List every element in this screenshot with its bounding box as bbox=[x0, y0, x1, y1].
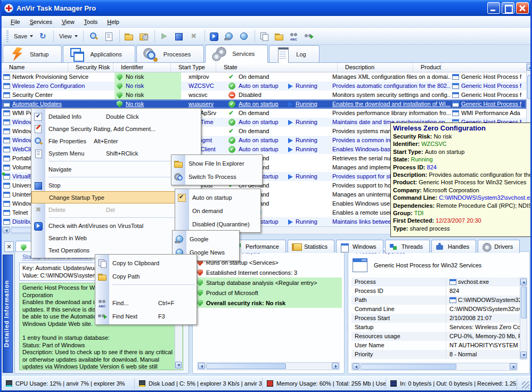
menu-item[interactable]: Google bbox=[173, 232, 239, 246]
resize-grip[interactable] bbox=[522, 381, 529, 389]
toolbar-button[interactable] bbox=[204, 30, 222, 43]
menubar-item[interactable]: View bbox=[57, 18, 79, 26]
scroll-left-button[interactable] bbox=[353, 363, 359, 370]
property-row[interactable]: Command Line C:\WINDOWS\System32\svchost… bbox=[351, 305, 520, 314]
menubar-item[interactable]: Services bbox=[25, 18, 57, 26]
toolbar-button[interactable] bbox=[255, 30, 272, 43]
toolbar-button[interactable] bbox=[236, 30, 251, 43]
table-row[interactable]: Automatic Updates No risk wuauserv Auto … bbox=[2, 100, 526, 109]
menu-item[interactable]: Detailed Info Double Click bbox=[31, 110, 201, 123]
menubar-item[interactable]: File bbox=[6, 18, 25, 26]
property-row[interactable]: Resources usage CPU-0%, Memory-20 Mb, Pa… bbox=[351, 332, 520, 341]
scroll-right-button[interactable] bbox=[510, 363, 517, 370]
toolbar-grip[interactable] bbox=[6, 30, 9, 42]
table-header-cell[interactable]: Name bbox=[2, 63, 68, 72]
property-row[interactable]: Path C:\WINDOWS\system32\svchost.e bbox=[351, 296, 520, 305]
scroll-thumb[interactable] bbox=[527, 75, 532, 99]
table-row[interactable]: Wireless Zero Configuration No risk WZCS… bbox=[2, 81, 526, 91]
close-button[interactable] bbox=[516, 2, 529, 14]
menu-item[interactable]: Find... Ctrl+F bbox=[95, 296, 197, 309]
statusbar-icon bbox=[6, 380, 12, 387]
table-row[interactable]: Security Center No risk wscsvc Disabled … bbox=[2, 91, 526, 100]
scroll-up-button[interactable] bbox=[527, 64, 532, 71]
main-tab[interactable]: Startup bbox=[3, 45, 62, 62]
properties-vertical-scrollbar[interactable] bbox=[520, 277, 527, 360]
detail-tab[interactable]: Threads bbox=[385, 240, 430, 253]
tooltip-field: Type:shared process bbox=[393, 225, 530, 232]
main-tab[interactable]: Processes bbox=[136, 45, 204, 62]
table-header-cell[interactable]: State bbox=[216, 63, 338, 72]
toolbar-button[interactable] bbox=[119, 30, 136, 43]
table-header-cell[interactable]: Product bbox=[413, 63, 441, 72]
start-type-icon bbox=[228, 101, 235, 108]
properties-horizontal-scrollbar[interactable] bbox=[351, 363, 518, 371]
table-header-cell[interactable]: Start Type bbox=[171, 63, 216, 72]
detailed-information-sidebar[interactable]: Detailed Information bbox=[3, 255, 13, 373]
anvir-task-manager-window: AnVir Task Manager Pro FileServicesViewT… bbox=[0, 0, 532, 392]
scroll-down-button[interactable] bbox=[175, 362, 182, 369]
property-row[interactable]: Startup Services: Wireless Zero Configur… bbox=[351, 323, 520, 332]
property-row[interactable]: User Name NT AUTHORITY\SYSTEM bbox=[351, 341, 520, 350]
toolbar: Save View bbox=[2, 28, 530, 45]
table-header-cell[interactable]: Description bbox=[338, 63, 413, 72]
property-row[interactable]: Priority 8 - Normal bbox=[351, 350, 520, 359]
table-header-cell[interactable]: Identifier bbox=[113, 63, 171, 72]
close-detail-panel-button[interactable]: ✕ bbox=[4, 241, 14, 252]
scroll-left-button[interactable] bbox=[198, 363, 205, 369]
scroll-thumb[interactable] bbox=[361, 364, 456, 370]
menu-item[interactable]: Disabled (Quarantine) bbox=[175, 217, 260, 231]
view-button[interactable]: View bbox=[56, 30, 80, 43]
service-description: Enables the download and installation of… bbox=[329, 100, 451, 109]
start-type: Auto on startup bbox=[239, 136, 279, 145]
menubar-item[interactable]: Tools bbox=[79, 18, 103, 26]
scroll-down-button[interactable] bbox=[520, 352, 527, 358]
title-bar[interactable]: AnVir Task Manager Pro bbox=[0, 0, 532, 16]
property-row[interactable]: Process ID 824 bbox=[351, 287, 520, 296]
save-button[interactable]: Save bbox=[11, 30, 36, 43]
detail-tab[interactable]: Handles bbox=[431, 240, 476, 253]
toolbar-button[interactable] bbox=[186, 30, 201, 43]
toolbar-button[interactable] bbox=[154, 30, 171, 43]
scroll-thumb[interactable] bbox=[206, 363, 286, 369]
scroll-right-button[interactable] bbox=[332, 363, 339, 369]
scroll-thumb[interactable] bbox=[521, 287, 527, 318]
menu-item[interactable]: Copy to Clipboard bbox=[95, 256, 197, 270]
table-row[interactable]: Network Provisioning Service No risk xml… bbox=[2, 72, 526, 81]
service-icon bbox=[3, 137, 10, 143]
property-row[interactable]: Process Start 2/10/2008 21:07 bbox=[351, 314, 520, 323]
menu-item[interactable]: Switch To Process bbox=[171, 170, 262, 183]
toolbar-button[interactable] bbox=[287, 30, 301, 43]
toolbar-button[interactable] bbox=[272, 30, 287, 43]
menu-item[interactable] bbox=[111, 283, 197, 296]
table-header-cell[interactable]: Security Risk bbox=[68, 63, 113, 72]
detail-tab[interactable]: Windows bbox=[336, 240, 383, 253]
toolbar-button[interactable] bbox=[86, 30, 101, 43]
menu-item[interactable]: Copy Path bbox=[95, 270, 197, 283]
toolbar-button[interactable] bbox=[301, 30, 316, 43]
main-tab[interactable]: Log bbox=[269, 45, 319, 62]
property-row[interactable]: Process svchost.exe bbox=[351, 277, 520, 287]
menu-item[interactable]: Find Next F3 bbox=[95, 309, 197, 323]
start-type-icon bbox=[228, 119, 235, 126]
menu-item[interactable]: File Properties Alt+Enter bbox=[31, 135, 201, 147]
menu-item[interactable]: Auto on startup bbox=[175, 191, 260, 204]
detail-tab[interactable]: Drivers bbox=[478, 240, 520, 253]
toolbar-button[interactable] bbox=[101, 30, 116, 43]
toolbar-button[interactable] bbox=[222, 30, 236, 43]
minimize-button[interactable] bbox=[487, 2, 500, 14]
maximize-button[interactable] bbox=[502, 2, 514, 14]
analysis-horizontal-scrollbar[interactable] bbox=[197, 362, 340, 370]
menu-item[interactable]: Change Security Rating, Add Comment... bbox=[31, 123, 201, 135]
menu-item[interactable]: Show File In Explorer bbox=[171, 157, 262, 170]
detail-tab[interactable]: Statistics bbox=[288, 240, 334, 253]
refresh-button[interactable] bbox=[36, 30, 51, 43]
main-tab[interactable]: Applications bbox=[63, 45, 135, 62]
menu-item[interactable]: On demand bbox=[175, 204, 260, 217]
scroll-left-button[interactable] bbox=[3, 227, 10, 233]
main-tab[interactable]: Services bbox=[205, 45, 268, 63]
menubar-item[interactable]: Help bbox=[102, 18, 124, 26]
scroll-up-button[interactable] bbox=[520, 279, 527, 285]
toolbar-button[interactable] bbox=[136, 30, 151, 43]
toolbar-button[interactable] bbox=[171, 30, 186, 43]
service-state: Running bbox=[296, 118, 317, 127]
